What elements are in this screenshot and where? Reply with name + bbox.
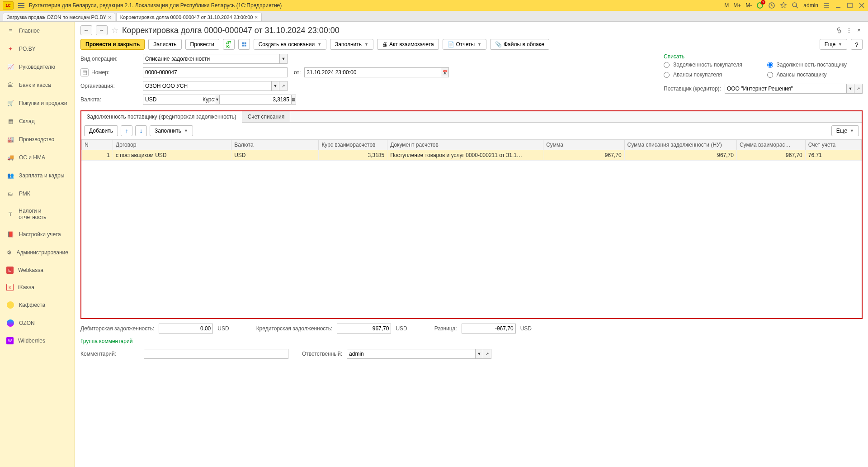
close-icon[interactable] [858,2,865,9]
user-label[interactable]: admin [803,2,818,9]
tab-1-close[interactable]: × [255,14,257,20]
tab-0[interactable]: Загрузка продаж OZON по месяцам PO.BY × [3,13,115,21]
topbar-right: M M+ M- 1 admin [724,2,865,9]
tabs-bar: Загрузка продаж OZON по месяцам PO.BY × … [0,11,868,22]
maximize-icon[interactable] [846,2,854,9]
mem-mminus[interactable]: M- [745,2,752,9]
tab-0-close[interactable]: × [108,14,111,20]
notification-icon[interactable]: 1 [756,2,764,9]
tab-1[interactable]: Корректировка долга 0000-000047 от 31.10… [116,13,262,21]
star-icon[interactable] [780,2,787,9]
tab-1-label: Корректировка долга 0000-000047 от 31.10… [120,14,253,20]
logo-1c: 1C [3,1,14,10]
mem-mplus[interactable]: M+ [733,2,741,9]
search-icon[interactable] [792,2,799,9]
svg-point-2 [793,3,797,7]
mem-m[interactable]: M [724,2,729,9]
svg-rect-3 [848,3,852,8]
tab-0-label: Загрузка продаж OZON по месяцам PO.BY [7,14,106,20]
topbar: 1C Бухгалтерия для Беларуси, редакция 2.… [0,0,868,11]
minimize-icon[interactable] [835,2,842,9]
settings-icon[interactable] [823,2,830,9]
menu-icon[interactable] [18,3,24,8]
app-title: Бухгалтерия для Беларуси, редакция 2.1. … [29,2,722,9]
history-icon[interactable] [768,2,775,9]
